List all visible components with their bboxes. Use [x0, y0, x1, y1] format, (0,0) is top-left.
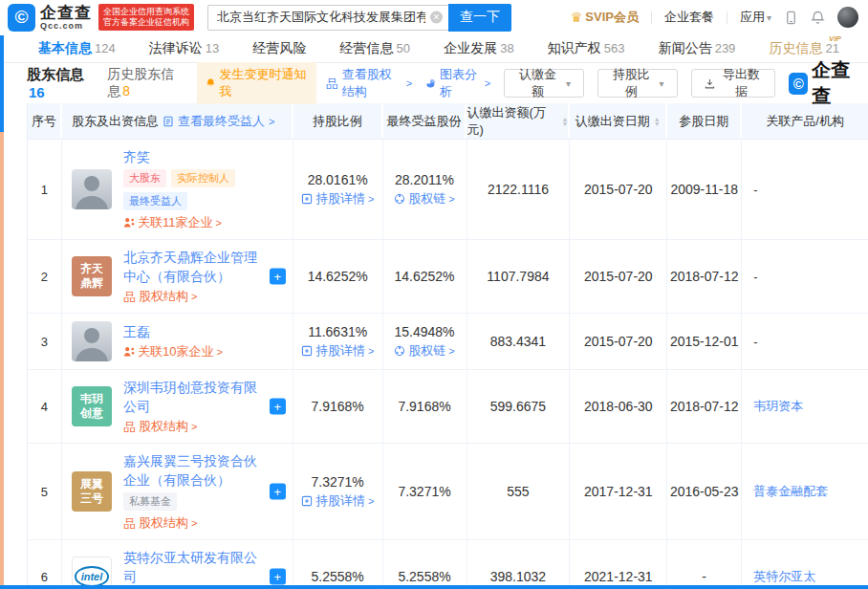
- tab-6[interactable]: 新闻公告239: [659, 40, 736, 57]
- search-button[interactable]: 查一下: [448, 4, 511, 32]
- ratio-filter-dropdown[interactable]: 持股比例▾: [597, 69, 678, 98]
- clear-icon[interactable]: ✕: [430, 11, 443, 24]
- shareholder-name-link[interactable]: 英特尔亚太研发有限公司: [123, 548, 268, 586]
- shareholder-tag: 最终受益人: [123, 192, 187, 210]
- export-data-button[interactable]: 导出数据: [691, 69, 776, 98]
- view-beneficiary-link[interactable]: 查看最终受益人>: [163, 113, 274, 130]
- notifications-bell-icon[interactable]: [811, 11, 825, 25]
- equity-chain-link[interactable]: 股权链>: [394, 342, 454, 360]
- tab-0[interactable]: 基本信息124: [38, 40, 116, 57]
- ratio-value: 11.6631%: [308, 324, 367, 339]
- expand-plus-button[interactable]: +: [270, 269, 286, 285]
- qcc-logo[interactable]: © 企查查 Qcc.com: [8, 4, 92, 32]
- equity-chain-link[interactable]: 股权链>: [394, 190, 454, 207]
- shareholder-name-link[interactable]: 深圳韦玥创意投资有限公司: [123, 378, 268, 416]
- related-cell: 韦玥资本: [742, 370, 868, 443]
- svip-member-link[interactable]: ♛ SVIP会员: [571, 9, 639, 26]
- equity-structure-link[interactable]: 品股权结构>: [123, 514, 197, 532]
- history-shareholders-tab[interactable]: 历史股东信息8: [107, 66, 187, 100]
- col-header-final-shares: 最终受益股份: [383, 103, 467, 139]
- ratio-cell: 11.6631%持股详情>: [293, 314, 383, 369]
- related-cell: -: [742, 314, 868, 369]
- final-shares-cell: 7.3271%: [383, 444, 467, 539]
- holding-detail-icon: [301, 193, 313, 205]
- user-avatar[interactable]: [837, 7, 858, 28]
- chart-analysis-link[interactable]: 图表分析>: [425, 66, 490, 100]
- related-cell: -: [742, 140, 868, 239]
- shareholder-table: 序号 股东及出资信息 查看最终受益人> 持股比例 最终受益股份 认缴出资额(万元…: [27, 103, 868, 589]
- shareholder-toolbar: 股东信息16 历史股东信息8 发生变更时通知我 品 查看股权结构> 图表分析> …: [0, 63, 868, 103]
- related-product-link[interactable]: 韦玥资本: [753, 398, 803, 415]
- join-date-cell: 2016-05-23: [667, 444, 742, 539]
- tab-2[interactable]: 经营风险: [252, 40, 306, 57]
- equity-structure-link[interactable]: 品股权结构>: [123, 288, 197, 305]
- search-input[interactable]: [207, 5, 448, 31]
- related-product-value: -: [753, 183, 757, 197]
- shareholder-tag: 实际控制人: [171, 169, 235, 187]
- chevron-down-icon: ▾: [767, 12, 771, 23]
- related-companies-link[interactable]: 关联10家企业>: [123, 343, 223, 360]
- left-edge-peach-strip: [0, 132, 4, 589]
- chevron-down-icon: ▾: [660, 78, 664, 89]
- row-index: 5: [28, 444, 62, 539]
- related-product-value: -: [753, 270, 757, 284]
- expand-plus-button[interactable]: +: [270, 399, 286, 415]
- tab-5[interactable]: 知识产权563: [548, 40, 625, 57]
- ratio-cell: 14.6252%: [293, 240, 383, 313]
- enterprise-package-link[interactable]: 企业套餐: [664, 9, 714, 26]
- final-shares-value: 15.4948%: [395, 324, 455, 339]
- bell-icon: [206, 77, 216, 89]
- col-header-index: 序号: [28, 103, 62, 139]
- person-photo-icon: [72, 321, 112, 361]
- related-companies-link[interactable]: 关联11家企业>: [123, 214, 222, 231]
- related-cell: -: [742, 240, 868, 313]
- related-product-link[interactable]: 普泰金融配套: [753, 483, 828, 500]
- final-shares-cell: 7.9168%: [383, 370, 467, 443]
- structure-icon: 品: [123, 291, 136, 303]
- shareholder-name-link[interactable]: 王磊: [123, 322, 223, 341]
- table-header: 序号 股东及出资信息 查看最终受益人> 持股比例 最终受益股份 认缴出资额(万元…: [28, 103, 868, 140]
- ratio-cell: 5.2558%: [293, 540, 383, 589]
- related-product-link[interactable]: 英特尔亚太: [753, 568, 815, 585]
- tab-3[interactable]: 经营信息50: [340, 40, 410, 57]
- shareholder-cell: 王磊关联10家企业>: [62, 314, 293, 369]
- view-equity-structure-link[interactable]: 品 查看股权结构>: [326, 66, 412, 100]
- tab-1[interactable]: 法律诉讼13: [149, 40, 219, 57]
- apps-menu[interactable]: 应用▾: [740, 9, 771, 26]
- final-shares-cell: 14.6252%: [383, 240, 467, 313]
- history-count: 8: [122, 83, 130, 98]
- amount-date-cell: 2015-07-20: [570, 240, 667, 313]
- mobile-app-icon[interactable]: [784, 11, 798, 25]
- document-icon: [163, 116, 174, 127]
- expand-plus-button[interactable]: +: [270, 484, 286, 500]
- bottom-accent-line: [0, 585, 868, 589]
- holding-detail-icon: [301, 345, 313, 357]
- sort-icon[interactable]: ▲▼: [561, 117, 568, 126]
- expand-plus-button[interactable]: +: [270, 569, 286, 585]
- credit-system-badge: 全国企业信用查询系统 官方备案企业征信机构: [98, 4, 194, 31]
- col-header-join-date: 参股日期: [667, 103, 742, 139]
- divider: [727, 11, 727, 24]
- final-shares-value: 14.6252%: [395, 269, 455, 284]
- holding-detail-link[interactable]: 持股详情>: [301, 190, 374, 207]
- paid-amount-filter-dropdown[interactable]: 认缴金额▾: [504, 69, 584, 98]
- holding-detail-link[interactable]: 持股详情>: [301, 342, 374, 360]
- shareholder-name-link[interactable]: 嘉兴展翼三号投资合伙企业（有限合伙）: [123, 451, 268, 490]
- equity-structure-link[interactable]: 品股权结构>: [123, 418, 197, 435]
- shareholder-name-link[interactable]: 北京齐天鼎辉企业管理中心（有限合伙）: [123, 248, 268, 286]
- shareholder-cell: 齐天鼎辉北京齐天鼎辉企业管理中心（有限合伙）品股权结构>+: [62, 240, 293, 313]
- brand-name: 企查查: [40, 5, 92, 21]
- amount-cell: 2122.1116: [467, 140, 571, 239]
- shareholder-cell: intel英特尔亚太研发有限公司品股权结构>+: [62, 540, 293, 589]
- brand-domain: Qcc.com: [40, 21, 92, 31]
- col-header-amount-date: 认缴出资日期 ▲▼: [570, 103, 667, 139]
- notify-on-change-button[interactable]: 发生变更时通知我: [197, 62, 316, 104]
- holding-detail-link[interactable]: 持股详情>: [301, 492, 374, 510]
- shareholder-name-link[interactable]: 齐笑: [123, 147, 268, 166]
- vip-badge: VIP: [829, 34, 841, 43]
- tab-4[interactable]: 企业发展38: [444, 40, 513, 57]
- shareholder-cell: 齐笑大股东实际控制人最终受益人关联11家企业>: [62, 140, 293, 239]
- holding-detail-icon: [301, 495, 313, 507]
- sort-icon[interactable]: ▲▼: [654, 117, 661, 126]
- tab-7[interactable]: 历史信息21VIP: [770, 40, 839, 57]
